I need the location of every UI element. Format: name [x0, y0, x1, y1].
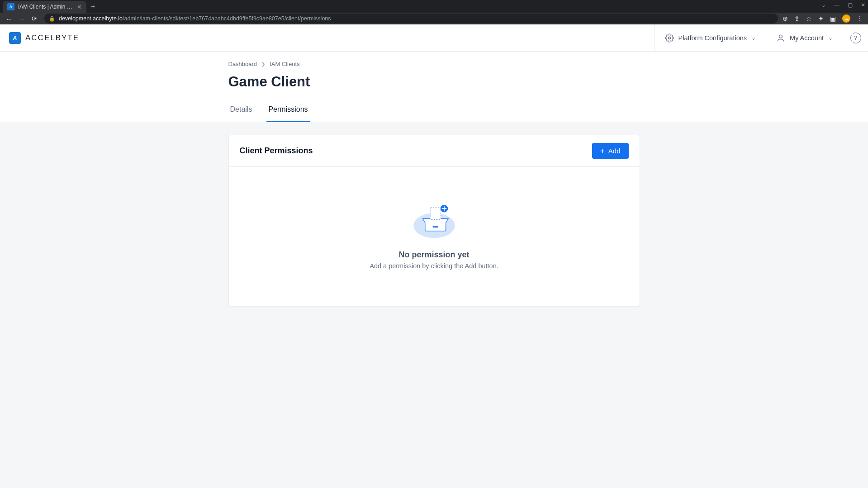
gear-icon	[665, 33, 674, 43]
help-icon: ?	[850, 33, 861, 43]
breadcrumb-iam-clients[interactable]: IAM Clients	[270, 61, 299, 67]
menu-icon[interactable]: ⋮	[857, 15, 863, 22]
tab-favicon-icon: A	[7, 3, 14, 10]
platform-configurations-dropdown[interactable]: Platform Configurations ⌄	[655, 24, 766, 51]
content-area: Client Permissions + Add No permission y…	[0, 122, 868, 319]
tab-close-icon[interactable]: ✕	[77, 4, 82, 10]
logo[interactable]: A ACCELBYTE	[9, 32, 79, 44]
help-button[interactable]: ?	[843, 24, 868, 51]
svg-rect-5	[432, 226, 438, 228]
zoom-icon[interactable]: ⊕	[783, 15, 788, 22]
breadcrumb: Dashboard ❯ IAM Clients	[228, 61, 640, 67]
plus-icon: +	[600, 147, 605, 155]
svg-point-1	[779, 35, 783, 38]
page-title: Game Client	[228, 74, 640, 90]
window-close-icon[interactable]: ✕	[861, 2, 865, 8]
share-icon[interactable]: ⇪	[794, 15, 800, 22]
extensions-icon[interactable]: ✦	[818, 15, 824, 22]
sidepanel-icon[interactable]: ▣	[830, 15, 836, 22]
chevron-down-icon: ⌄	[751, 35, 756, 41]
browser-chrome: ⌄ — ▢ ✕ A IAM Clients | Admin Portal ✕ +…	[0, 0, 868, 24]
empty-drawer-icon	[409, 199, 459, 240]
header-right: Platform Configurations ⌄ My Account ⌄ ?	[655, 24, 868, 51]
empty-subtitle: Add a permission by clicking the Add but…	[370, 262, 498, 270]
card-title: Client Permissions	[240, 146, 313, 156]
back-button[interactable]: ←	[4, 15, 14, 23]
forward-button[interactable]: →	[16, 15, 27, 23]
chevron-right-icon: ❯	[261, 62, 265, 66]
toolbar-right: ⊕ ⇪ ☆ ✦ ▣ ☁ ⋮	[783, 14, 864, 23]
window-maximize-icon[interactable]: ▢	[848, 2, 853, 8]
url-path: /admin/iam-clients/sdktest/1eb7674ababc4…	[123, 15, 331, 22]
url-bar[interactable]: 🔒 development.accelbyte.io/admin/iam-cli…	[44, 14, 778, 24]
tab-title: IAM Clients | Admin Portal	[18, 4, 73, 10]
my-account-dropdown[interactable]: My Account ⌄	[766, 24, 843, 51]
browser-tab[interactable]: A IAM Clients | Admin Portal ✕	[3, 1, 86, 13]
add-button-label: Add	[608, 147, 621, 155]
svg-rect-4	[430, 208, 441, 219]
add-button[interactable]: + Add	[592, 143, 629, 159]
user-icon	[776, 33, 785, 43]
empty-title: No permission yet	[398, 250, 469, 260]
page-top: Dashboard ❯ IAM Clients Game Client Deta…	[0, 52, 868, 122]
profile-avatar-icon[interactable]: ☁	[842, 14, 850, 23]
empty-state: No permission yet Add a permission by cl…	[229, 167, 640, 306]
breadcrumb-dashboard[interactable]: Dashboard	[228, 61, 257, 67]
platform-configurations-label: Platform Configurations	[678, 34, 747, 42]
my-account-label: My Account	[790, 34, 824, 42]
client-permissions-card: Client Permissions + Add No permission y…	[228, 135, 640, 306]
window-controls: ⌄ — ▢ ✕	[821, 2, 865, 8]
browser-toolbar: ← → ⟳ 🔒 development.accelbyte.io/admin/i…	[0, 13, 868, 24]
url-host: development.accelbyte.io	[59, 15, 123, 22]
chevron-down-icon: ⌄	[828, 35, 833, 41]
bookmark-icon[interactable]: ☆	[806, 15, 812, 22]
window-chevron-icon[interactable]: ⌄	[821, 2, 826, 8]
svg-point-0	[668, 37, 670, 39]
card-header: Client Permissions + Add	[229, 135, 640, 167]
logo-mark-icon: A	[9, 32, 21, 44]
reload-button[interactable]: ⟳	[29, 15, 40, 22]
app-header: A ACCELBYTE Platform Configurations ⌄ My…	[0, 24, 868, 52]
tab-strip: A IAM Clients | Admin Portal ✕ +	[0, 0, 868, 13]
window-minimize-icon[interactable]: —	[834, 2, 840, 8]
tab-details[interactable]: Details	[228, 105, 254, 122]
tabs: Details Permissions	[228, 105, 640, 122]
new-tab-button[interactable]: +	[86, 3, 100, 11]
logo-text: ACCELBYTE	[25, 33, 79, 43]
lock-icon: 🔒	[49, 16, 55, 22]
tab-permissions[interactable]: Permissions	[266, 105, 309, 122]
